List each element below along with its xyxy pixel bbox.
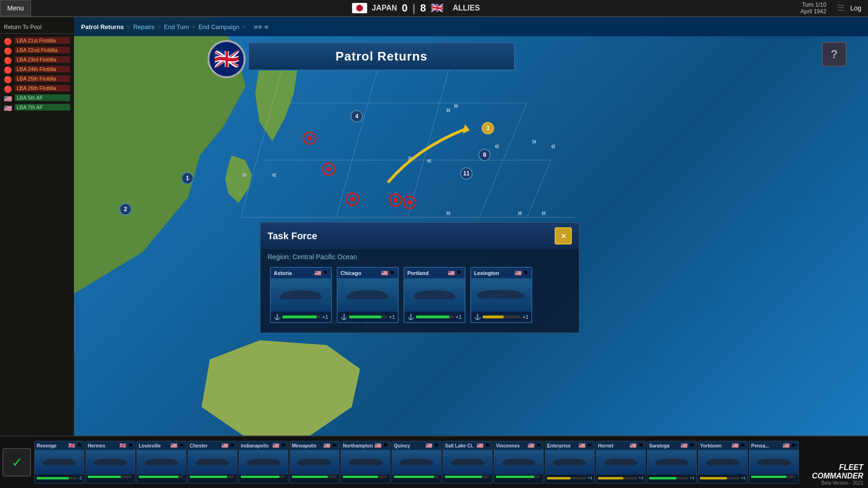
bsc-flag-12: 🇺🇸 ⚑ (681, 442, 694, 449)
nav-arrows-10[interactable]: » (532, 136, 537, 146)
map-marker-3[interactable]: 3 (482, 122, 494, 134)
bsc-sil-10 (551, 457, 589, 468)
sidebar-item-5[interactable]: 🔴 LBA 26th Flottilla (0, 83, 74, 93)
bottom-ship-10[interactable]: Enterprise 🇺🇸 ⚑ +4 (545, 441, 595, 484)
nav-arrows-16[interactable]: « (541, 208, 546, 218)
bsc-sil-12 (653, 457, 691, 468)
bsc-status-3 (188, 475, 237, 479)
sidebar-item-4[interactable]: 🔴 LBA 25th Flottilla (0, 74, 74, 83)
japan-label: JAPAN (372, 4, 397, 12)
red-target-5[interactable] (403, 196, 416, 209)
bsc-name-6: Northampton (343, 443, 373, 448)
bsc-name-8: Salt Lake Ci. (445, 443, 473, 448)
end-turn-nav[interactable]: End Turn (164, 23, 189, 30)
bsc-plus-0: -2 (78, 476, 82, 480)
bottom-ship-4[interactable]: Indianapolis 🇺🇸 ⚑ (238, 441, 289, 484)
red-target-4[interactable] (389, 193, 402, 207)
nav-arrows-15[interactable]: » (517, 208, 522, 218)
nav-arrows-12[interactable]: » (446, 208, 451, 218)
task-force-ship-0[interactable]: Astoria 🇺🇸 ⚑ ⚓ +1 (270, 267, 332, 323)
bsc-status-5 (290, 475, 339, 479)
bsc-header-9: Vincennes 🇺🇸 ⚑ (494, 441, 543, 450)
help-icon: ? (831, 48, 838, 61)
hp-bar-2 (416, 315, 454, 318)
back-arrows[interactable]: « (264, 22, 269, 31)
bottom-ship-2[interactable]: Louisville 🇺🇸 ⚑ (136, 441, 186, 484)
anchor-icon-0: ⚓ (274, 314, 280, 320)
bsc-header-10: Enterprise 🇺🇸 ⚑ (545, 441, 594, 450)
bottom-ship-13[interactable]: Yorktown 🇺🇸 ⚑ +4 (698, 441, 748, 484)
red-target-3[interactable] (346, 193, 359, 206)
bsc-img-0 (35, 450, 84, 475)
ship-img-1 (338, 278, 398, 312)
task-force-ship-1[interactable]: Chicago 🇺🇸 ⚑ ⚓ +1 (337, 267, 399, 323)
red-target-2[interactable] (322, 163, 335, 176)
bsc-plus-12: +4 (690, 476, 694, 480)
confirm-button[interactable]: ✓ (2, 448, 31, 477)
bottom-ship-1[interactable]: Hermes 🇬🇧 ⚑ (85, 441, 135, 484)
red-target-1[interactable] (303, 132, 316, 145)
nav-arrows-11[interactable]: « (551, 141, 556, 151)
map-marker-2[interactable]: 2 (119, 203, 132, 215)
end-campaign-nav[interactable]: End Campaign (198, 23, 239, 30)
ship-flag-0: 🇺🇸 ⚑ (314, 270, 328, 276)
nav-arrows-5[interactable]: » (408, 153, 413, 163)
allies-flag-icon-top: 🇬🇧 (431, 2, 448, 14)
bottom-ship-3[interactable]: Chester 🇺🇸 ⚑ (187, 441, 238, 484)
patrol-returns-nav[interactable]: Patrol Returns (81, 23, 124, 30)
bsc-flag-3: 🇺🇸 ⚑ (221, 442, 235, 449)
help-button[interactable]: ? (822, 42, 847, 67)
nav-arrows-7[interactable]: » (446, 105, 451, 115)
bottom-ship-9[interactable]: Vincennes 🇺🇸 ⚑ (494, 441, 544, 484)
bottom-ship-14[interactable]: Pensa... 🇺🇸 ⚑ (749, 441, 799, 484)
sidebar-item-6[interactable]: 🇺🇸 LBA 5th AF (0, 93, 74, 102)
nav-arrows-8[interactable]: « (495, 141, 499, 151)
nav-arrows-6[interactable]: « (427, 155, 432, 165)
menu-button[interactable]: Menu (0, 0, 31, 16)
japan-flag-circle (356, 5, 363, 11)
bsc-sil-4 (245, 457, 283, 468)
bsc-flag-6: 🇺🇸 ⚑ (374, 442, 388, 449)
bsc-hp-bar-12 (649, 477, 688, 479)
bsc-img-3 (188, 450, 237, 475)
bottom-ship-8[interactable]: Salt Lake Ci. 🇺🇸 ⚑ (443, 441, 493, 484)
sidebar-item-7[interactable]: 🇺🇸 LBA 7th AF (0, 102, 74, 112)
bottom-ship-12[interactable]: Saratoga 🇺🇸 ⚑ +4 (647, 441, 697, 484)
ship-status-1: ⚓ +1 (338, 312, 398, 322)
log-button[interactable]: Log (850, 4, 868, 12)
bottom-ship-6[interactable]: Northampton 🇺🇸 ⚑ (341, 441, 391, 484)
sidebar-item-2[interactable]: 🔴 LBA 23rd Flottilla (0, 55, 74, 64)
hp-fill-1 (349, 315, 382, 318)
sidebar-item-1[interactable]: 🔴 LBA 22nd Flottilla (0, 45, 74, 55)
task-force-ship-2[interactable]: Portland 🇺🇸 ⚑ ⚓ +1 (403, 267, 465, 323)
task-force-close-button[interactable]: ✕ (555, 227, 572, 244)
bsc-img-13 (698, 450, 747, 475)
forward-arrows[interactable]: »» (254, 22, 262, 31)
sidebar-item-3[interactable]: 🔴 LBA 24th Flottilla (0, 64, 74, 74)
bottom-ship-0[interactable]: Revenge 🇬🇧 ⚑ -2 (34, 441, 84, 484)
nav-arrows-2[interactable]: « (272, 170, 277, 180)
region-label: Region: Central Pacific Ocean (260, 249, 579, 264)
map-area[interactable]: Patrol Returns > Repairs > End Turn > En… (74, 17, 868, 436)
ship-flag-2: 🇺🇸 ⚑ (448, 270, 462, 276)
repairs-nav[interactable]: Repairs (133, 23, 155, 30)
map-marker-8[interactable]: 8 (478, 149, 491, 161)
sidebar-label-6: LBA 5th AF (15, 94, 70, 101)
map-marker-11[interactable]: 11 (460, 167, 473, 180)
checkmark-icon: ✓ (11, 455, 22, 470)
nav-arrows-9[interactable]: » (454, 101, 458, 111)
game-version: Beta Version - 2021 (812, 480, 863, 486)
sidebar-item-0[interactable]: 🔴 LBA 21st Flottilla (0, 36, 74, 45)
task-force-ship-3[interactable]: Lexington 🇺🇸 ⚑ ⚓ +1 (470, 267, 532, 323)
map-marker-4[interactable]: 4 (351, 110, 363, 122)
bottom-ship-5[interactable]: Mineapolis 🇺🇸 ⚑ (289, 441, 340, 484)
map-marker-1[interactable]: 1 (181, 172, 194, 184)
bsc-flag-8: 🇺🇸 ⚑ (476, 442, 490, 449)
nav-arrows-1[interactable]: » (242, 170, 247, 180)
patrol-title-box: Patrol Returns (248, 42, 515, 71)
bsc-hp-fill-4 (241, 476, 279, 478)
bottom-ship-7[interactable]: Quincy 🇺🇸 ⚑ (392, 441, 442, 484)
bottom-ship-11[interactable]: Hornet 🇺🇸 ⚑ +4 (596, 441, 646, 484)
hp-bar-3 (483, 315, 520, 318)
hp-fill-3 (483, 315, 504, 318)
